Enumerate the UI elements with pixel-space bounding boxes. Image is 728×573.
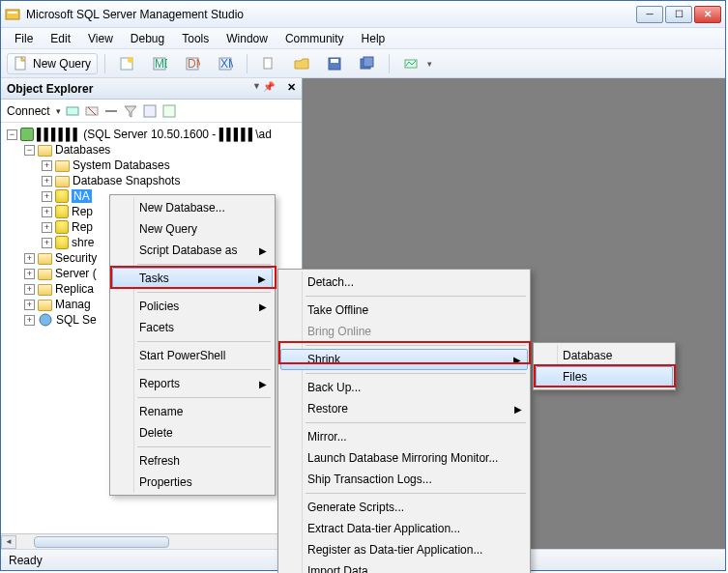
toolbar-saveall-icon[interactable] — [353, 53, 382, 74]
maximize-button[interactable]: ☐ — [665, 6, 692, 23]
ctx-shrink-database[interactable]: Database — [536, 345, 673, 366]
svg-rect-11 — [264, 58, 272, 69]
serverobj-label: Server ( — [55, 267, 97, 280]
menu-debug[interactable]: Debug — [123, 30, 172, 47]
menu-edit[interactable]: Edit — [43, 30, 78, 47]
expand-icon[interactable]: + — [24, 300, 35, 310]
ctx-start-powershell[interactable]: Start PowerShell — [112, 345, 273, 366]
ctx-properties[interactable]: Properties — [112, 472, 273, 493]
ctx-ship-tx-logs[interactable]: Ship Transaction Logs... — [280, 469, 528, 490]
ctx-new-query[interactable]: New Query — [112, 218, 273, 240]
ctx-separator — [306, 493, 526, 494]
toolbar-icon-2[interactable]: MDX — [145, 53, 174, 74]
new-query-icon — [14, 56, 29, 72]
ctx-bring-online: Bring Online — [280, 321, 528, 342]
toolbar-icon-4[interactable]: XML — [211, 53, 240, 74]
menu-view[interactable]: View — [80, 30, 121, 47]
tree-server-node[interactable]: − ▌▌▌▌▌▌ (SQL Server 10.50.1600 - ▌▌▌▌▌\… — [3, 127, 300, 142]
ctx-rename[interactable]: Rename — [112, 401, 273, 422]
ctx-delete[interactable]: Delete — [112, 422, 273, 444]
window-title: Microsoft SQL Server Management Studio — [26, 8, 636, 21]
toolbar-icon-5[interactable] — [254, 53, 283, 74]
menu-window[interactable]: Window — [218, 30, 276, 47]
context-menu-database: New Database... New Query Script Databas… — [109, 194, 276, 496]
new-query-button[interactable]: New Query — [7, 53, 98, 74]
toolbar-icon-3[interactable]: DMX — [178, 53, 207, 74]
ctx-script-database-as[interactable]: Script Database as▶ — [112, 240, 273, 261]
connect-dropdown-icon[interactable]: ▾ — [56, 106, 61, 116]
menu-file[interactable]: File — [7, 30, 41, 47]
expand-icon[interactable]: + — [42, 222, 52, 233]
expand-icon[interactable]: + — [42, 238, 52, 248]
menu-tools[interactable]: Tools — [174, 30, 217, 47]
collapse-icon[interactable]: − — [7, 129, 17, 140]
connect-icon-1[interactable] — [65, 103, 80, 119]
close-button[interactable]: ✕ — [694, 6, 721, 23]
connect-icon-5[interactable] — [142, 103, 158, 119]
ctx-take-offline[interactable]: Take Offline — [280, 300, 528, 321]
ctx-tasks[interactable]: Tasks▶ — [112, 268, 273, 289]
databases-label: Databases — [55, 143, 110, 157]
sqlagent-icon — [38, 312, 53, 328]
ctx-shrink[interactable]: Shrink▶ — [280, 349, 528, 370]
expand-icon[interactable]: + — [24, 269, 35, 279]
ctx-shrink-files[interactable]: Files — [536, 366, 673, 387]
menu-help[interactable]: Help — [354, 30, 393, 47]
submenu-arrow-icon: ▶ — [259, 245, 267, 256]
filter-icon[interactable] — [123, 103, 138, 119]
tree-system-databases[interactable]: + System Databases — [3, 158, 300, 173]
tree-databases-node[interactable]: − Databases — [3, 142, 300, 158]
connect-label[interactable]: Connect — [7, 104, 50, 118]
connect-icon-6[interactable] — [161, 103, 177, 119]
ctx-launch-mirroring[interactable]: Launch Database Mirroring Monitor... — [280, 447, 528, 469]
ctx-reports[interactable]: Reports▶ — [112, 373, 273, 394]
ctx-import-data[interactable]: Import Data... — [280, 560, 528, 573]
panel-close-icon[interactable]: ✕ — [287, 81, 296, 94]
connect-icon-3[interactable] — [103, 103, 119, 119]
expand-icon[interactable]: + — [24, 253, 35, 264]
ctx-detach[interactable]: Detach... — [280, 272, 528, 293]
ctx-refresh[interactable]: Refresh — [112, 450, 273, 472]
svg-rect-13 — [331, 59, 338, 63]
ctx-register-dta[interactable]: Register as Data-tier Application... — [280, 539, 528, 560]
ctx-back-up[interactable]: Back Up... — [280, 377, 528, 398]
expand-icon[interactable]: + — [24, 315, 35, 326]
toolbar-dropdown-icon[interactable]: ▾ — [427, 59, 432, 69]
toolbar-sep — [104, 54, 105, 73]
ctx-policies[interactable]: Policies▶ — [112, 296, 273, 317]
expand-icon[interactable]: + — [42, 207, 52, 217]
toolbar-save-icon[interactable] — [320, 53, 349, 74]
pin-icon[interactable]: 📌 — [263, 81, 275, 92]
expand-icon[interactable]: + — [42, 160, 52, 171]
scroll-left-arrow[interactable]: ◄ — [1, 535, 16, 549]
submenu-arrow-icon: ▶ — [258, 273, 266, 284]
object-explorer-title: Object Explorer — [7, 82, 93, 96]
ctx-generate-scripts[interactable]: Generate Scripts... — [280, 497, 528, 518]
app-window: Microsoft SQL Server Management Studio ─… — [0, 0, 726, 571]
expand-icon[interactable]: + — [42, 176, 52, 186]
folder-icon — [38, 300, 52, 311]
rep2-label: Rep — [72, 220, 93, 234]
expand-icon[interactable]: + — [42, 191, 52, 202]
toolbar-open-icon[interactable] — [287, 53, 316, 74]
ctx-separator — [306, 373, 526, 374]
folder-icon — [55, 160, 70, 172]
ctx-mirror[interactable]: Mirror... — [280, 426, 528, 447]
ctx-extract-dta[interactable]: Extract Data-tier Application... — [280, 518, 528, 539]
scroll-thumb[interactable] — [34, 536, 169, 548]
expand-icon[interactable]: + — [24, 284, 35, 295]
collapse-icon[interactable]: − — [24, 145, 35, 156]
toolbar-icon-1[interactable] — [112, 53, 141, 74]
connect-icon-2[interactable] — [84, 103, 100, 119]
submenu-arrow-icon: ▶ — [513, 355, 521, 365]
horizontal-scrollbar[interactable]: ◄ ► — [1, 533, 302, 549]
svg-point-23 — [40, 314, 51, 326]
ctx-new-database[interactable]: New Database... — [112, 197, 273, 218]
menu-community[interactable]: Community — [277, 30, 352, 47]
tree-database-snapshots[interactable]: + Database Snapshots — [3, 173, 300, 188]
minimize-button[interactable]: ─ — [636, 6, 663, 23]
toolbar-activity-icon[interactable] — [396, 53, 425, 74]
ctx-restore[interactable]: Restore▶ — [280, 398, 528, 419]
ctx-facets[interactable]: Facets — [112, 317, 273, 338]
panel-dropdown-icon[interactable]: ▼ — [252, 81, 261, 91]
